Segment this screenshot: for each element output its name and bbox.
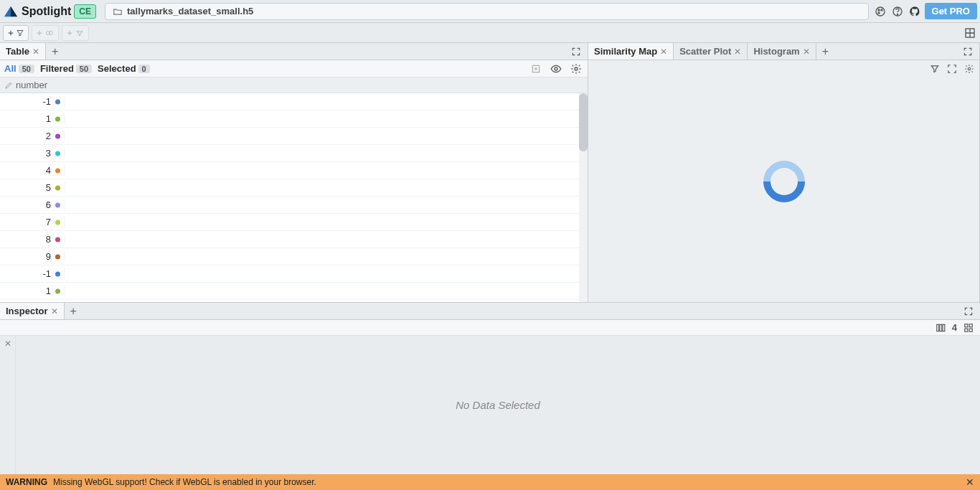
svg-point-16 bbox=[575, 67, 578, 70]
tab-label: Inspector bbox=[6, 306, 48, 316]
inspector-sidebar: ✕ bbox=[0, 336, 16, 474]
close-icon[interactable]: ✕ bbox=[803, 47, 810, 57]
tab-label: Table bbox=[6, 46, 29, 57]
color-dot-icon bbox=[55, 116, 60, 121]
tab-similarity-map[interactable]: Similarity Map✕ bbox=[588, 43, 674, 60]
table-row[interactable]: 3 bbox=[0, 145, 588, 162]
filter-icon[interactable] bbox=[928, 62, 942, 76]
grid-icon[interactable] bbox=[961, 321, 976, 335]
similarity-map-canvas[interactable] bbox=[588, 60, 979, 302]
add-filter-button[interactable] bbox=[3, 25, 29, 41]
add-graph-button bbox=[62, 25, 89, 41]
tab-table[interactable]: Table ✕ bbox=[0, 43, 46, 60]
color-dot-icon bbox=[55, 99, 60, 104]
cell-number: 1 bbox=[0, 286, 65, 296]
svg-rect-21 bbox=[965, 324, 968, 326]
open-file-pill[interactable]: tallymarks_dataset_small.h5 bbox=[105, 3, 869, 20]
color-dot-icon bbox=[55, 133, 60, 138]
gear-icon[interactable] bbox=[962, 62, 976, 76]
close-icon[interactable]: ✕ bbox=[660, 47, 667, 57]
close-icon[interactable]: ✕ bbox=[32, 47, 39, 57]
table-row[interactable]: 1 bbox=[0, 110, 588, 128]
table-row[interactable]: 8 bbox=[0, 231, 588, 248]
filter-bar: All 50 Filtered 50 Selected 0 bbox=[0, 60, 588, 77]
table-row[interactable]: 7 bbox=[0, 214, 588, 231]
color-dot-icon bbox=[55, 237, 60, 242]
svg-point-17 bbox=[968, 67, 971, 70]
svg-point-2 bbox=[876, 7, 885, 16]
tab-scatter-plot[interactable]: Scatter Plot✕ bbox=[674, 43, 748, 60]
svg-rect-23 bbox=[965, 329, 968, 331]
scrollbar-thumb[interactable] bbox=[579, 93, 588, 151]
filename-label: tallymarks_dataset_small.h5 bbox=[127, 6, 253, 17]
table-row[interactable]: 4 bbox=[0, 162, 588, 179]
cell-number: 3 bbox=[0, 148, 65, 159]
pencil-icon bbox=[4, 81, 13, 90]
table-row[interactable]: -1 bbox=[0, 93, 588, 110]
tab-histogram[interactable]: Histogram✕ bbox=[748, 43, 816, 60]
maximize-icon[interactable] bbox=[569, 44, 583, 59]
table-row[interactable]: 2 bbox=[0, 128, 588, 145]
table-body[interactable]: -1123456789-11 bbox=[0, 93, 588, 302]
cell-number: 8 bbox=[0, 234, 65, 245]
add-tab-button[interactable]: + bbox=[46, 45, 64, 58]
tab-label: Histogram bbox=[753, 46, 799, 57]
tab-label: Scatter Plot bbox=[679, 46, 731, 57]
app-logo: Spotlight CE bbox=[3, 4, 96, 19]
add-tab-button[interactable]: + bbox=[65, 305, 83, 318]
maximize-icon[interactable] bbox=[961, 44, 975, 59]
cell-number: 4 bbox=[0, 165, 65, 176]
color-dot-icon bbox=[55, 202, 60, 207]
column-header-label[interactable]: number bbox=[16, 80, 47, 90]
viz-tab-bar: Similarity Map✕Scatter Plot✕Histogram✕ + bbox=[588, 43, 979, 60]
github-icon[interactable] bbox=[908, 4, 922, 19]
filter-selected[interactable]: Selected 0 bbox=[98, 63, 150, 74]
svg-marker-0 bbox=[4, 6, 11, 17]
close-icon[interactable]: ✕ bbox=[51, 306, 58, 316]
svg-point-7 bbox=[897, 14, 897, 14]
warning-label: WARNING bbox=[6, 477, 47, 487]
scrollbar-vertical[interactable] bbox=[579, 93, 588, 302]
table-row[interactable]: 5 bbox=[0, 179, 588, 197]
close-icon[interactable]: ✕ bbox=[4, 339, 11, 349]
folder-icon bbox=[113, 6, 123, 17]
cell-number: -1 bbox=[0, 96, 65, 107]
color-dot-icon bbox=[55, 288, 60, 293]
spotlight-logo-icon bbox=[3, 4, 19, 19]
add-column-icon[interactable] bbox=[529, 62, 543, 76]
help-icon[interactable] bbox=[890, 4, 905, 19]
add-tab-button[interactable]: + bbox=[816, 45, 834, 58]
maximize-icon[interactable] bbox=[961, 304, 976, 319]
add-link-button bbox=[32, 25, 59, 41]
cell-number: 9 bbox=[0, 251, 65, 262]
table-row[interactable]: 9 bbox=[0, 248, 588, 265]
table-row[interactable]: 6 bbox=[0, 197, 588, 214]
svg-rect-24 bbox=[969, 329, 972, 331]
table-row[interactable]: 1 bbox=[0, 283, 588, 300]
inspector-tab-bar: Inspector ✕ + bbox=[0, 303, 980, 320]
svg-rect-22 bbox=[969, 324, 972, 326]
table-panel: Table ✕ + All 50 Filtered 50 Selected bbox=[0, 43, 588, 302]
color-dot-icon bbox=[55, 151, 60, 156]
column-header-row: number bbox=[0, 77, 588, 93]
table-row[interactable]: -1 bbox=[0, 265, 588, 283]
filter-all[interactable]: All 50 bbox=[4, 63, 34, 74]
color-dot-icon bbox=[55, 254, 60, 259]
get-pro-button[interactable]: Get PRO bbox=[925, 3, 977, 19]
app-title: Spotlight bbox=[22, 5, 71, 18]
edition-badge: CE bbox=[74, 4, 96, 19]
cell-number: 1 bbox=[0, 113, 65, 124]
close-icon[interactable]: ✕ bbox=[966, 476, 974, 488]
eye-icon[interactable] bbox=[549, 62, 563, 76]
filter-filtered[interactable]: Filtered 50 bbox=[40, 63, 92, 74]
tab-inspector[interactable]: Inspector ✕ bbox=[0, 303, 65, 319]
gear-icon[interactable] bbox=[569, 62, 583, 76]
cell-number: 5 bbox=[0, 182, 65, 193]
expand-icon[interactable] bbox=[945, 62, 959, 76]
svg-rect-18 bbox=[937, 324, 939, 331]
palette-icon[interactable] bbox=[873, 4, 887, 19]
columns-icon[interactable] bbox=[933, 321, 948, 335]
layout-grid-icon[interactable] bbox=[963, 26, 977, 40]
main-area: Table ✕ + All 50 Filtered 50 Selected bbox=[0, 43, 980, 302]
close-icon[interactable]: ✕ bbox=[734, 47, 741, 57]
